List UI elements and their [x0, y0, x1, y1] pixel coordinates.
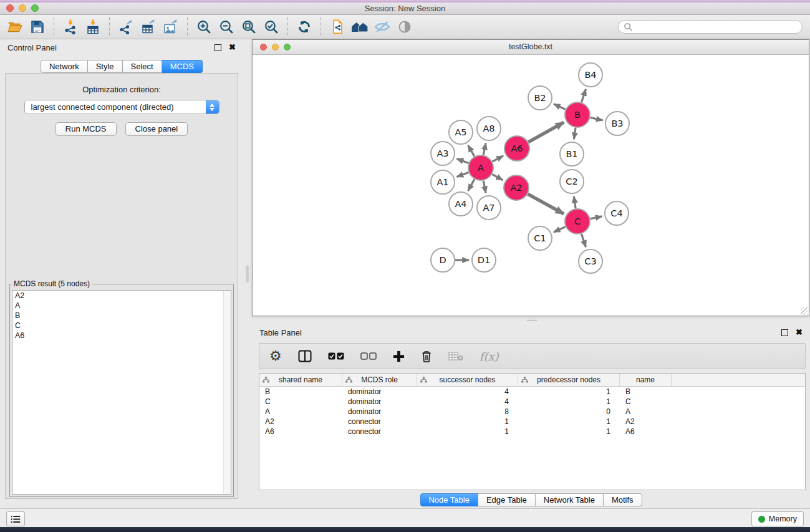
delete-entry-button[interactable] [421, 350, 432, 363]
graph-node-A2[interactable]: A2 [504, 175, 529, 200]
graph-edge[interactable] [574, 128, 576, 139]
table-row[interactable]: Cdominator41C [259, 397, 805, 407]
graph-edge[interactable] [468, 145, 475, 157]
import-network-button[interactable] [59, 17, 82, 37]
graph-node-B4[interactable]: B4 [579, 63, 602, 87]
table-cell[interactable]: 1 [518, 387, 620, 396]
graph-node-A3[interactable]: A3 [431, 142, 455, 165]
table-cell[interactable]: C [259, 397, 342, 406]
graph-node-B2[interactable]: B2 [528, 86, 552, 110]
graph-edge[interactable] [528, 194, 564, 214]
graph-node-C[interactable]: C [565, 209, 590, 234]
run-mcds-button[interactable]: Run MCDS [55, 122, 117, 136]
graph-node-A6[interactable]: A6 [504, 136, 529, 161]
tab-node-table[interactable]: Node Table [420, 493, 478, 506]
table-cell[interactable]: A [620, 407, 672, 416]
zoom-out-button[interactable] [215, 17, 238, 37]
graph-node-A5[interactable]: A5 [449, 120, 473, 144]
table-cell[interactable]: 4 [417, 397, 518, 406]
graph-edge[interactable] [591, 216, 602, 219]
graph-edge[interactable] [554, 104, 566, 110]
close-panel-button[interactable]: Close panel [125, 122, 188, 136]
result-item[interactable]: A6 [12, 331, 231, 341]
column-header[interactable]: name [620, 374, 672, 386]
graph-node-A[interactable]: A [468, 155, 493, 180]
float-table-panel-icon[interactable] [781, 329, 788, 336]
result-item[interactable]: B [12, 311, 231, 321]
result-item[interactable]: A [12, 301, 231, 311]
graph-edge[interactable] [492, 174, 503, 180]
tab-style[interactable]: Style [88, 60, 123, 73]
refresh-button[interactable] [293, 17, 316, 37]
table-row[interactable]: Bdominator41B [259, 387, 805, 397]
float-panel-icon[interactable] [215, 44, 221, 51]
graph-node-B1[interactable]: B1 [560, 142, 584, 166]
deselect-all-button[interactable] [360, 352, 377, 360]
result-item[interactable]: A2 [12, 291, 231, 301]
import-table-button[interactable] [82, 17, 104, 37]
network-graph[interactable]: B4B2BB3A8A5A6A3B1AC2A1A2A4A7C4CC1DD1C3 [253, 55, 809, 316]
graph-edge[interactable] [582, 234, 586, 247]
column-header[interactable]: MCDS role [342, 374, 417, 386]
graph-edge[interactable] [483, 181, 486, 193]
table-row[interactable]: A6connector11A6 [259, 427, 805, 437]
graph-edge[interactable] [468, 179, 475, 191]
tab-edge-table[interactable]: Edge Table [478, 493, 536, 506]
zoom-fit-button[interactable] [238, 17, 260, 37]
graph-node-C3[interactable]: C3 [579, 249, 602, 273]
table-cell[interactable]: 1 [417, 427, 518, 436]
table-row[interactable]: Adominator80A [259, 407, 805, 417]
column-header[interactable]: predecessor nodes [518, 374, 620, 386]
zoom-selected-button[interactable] [260, 17, 282, 37]
graph-edge[interactable] [483, 143, 486, 155]
search-input[interactable] [636, 22, 802, 32]
graph-edge[interactable] [591, 118, 603, 120]
graph-node-D[interactable]: D [431, 248, 455, 272]
table-cell[interactable]: B [620, 387, 672, 396]
table-row[interactable]: A2connector11A2 [259, 417, 805, 427]
table-cell[interactable]: 4 [417, 387, 518, 396]
table-cell[interactable]: 1 [518, 417, 620, 426]
hide-details-button[interactable] [371, 17, 393, 37]
table-cell[interactable]: A2 [259, 417, 342, 426]
close-panel-icon[interactable]: ✖ [229, 44, 236, 51]
graph-edge[interactable] [574, 196, 576, 208]
table-cell[interactable]: dominator [342, 387, 417, 396]
select-all-button[interactable] [328, 352, 344, 360]
tab-select[interactable]: Select [123, 60, 162, 73]
graph-node-C4[interactable]: C4 [605, 201, 629, 225]
graph-node-A7[interactable]: A7 [477, 196, 501, 220]
graph-node-C1[interactable]: C1 [528, 226, 552, 250]
graph-node-C2[interactable]: C2 [560, 170, 584, 193]
close-table-panel-icon[interactable]: ✖ [796, 329, 803, 336]
resize-grip-icon[interactable] [801, 307, 808, 315]
criterion-dropdown[interactable]: largest connected component (directed) [24, 100, 219, 114]
network-window-titlebar[interactable]: testGlobe.txt [253, 40, 809, 55]
column-layout-button[interactable] [298, 350, 312, 362]
graph-node-A8[interactable]: A8 [477, 117, 501, 140]
table-cell[interactable]: A6 [259, 427, 342, 436]
result-item[interactable]: C [12, 321, 231, 331]
tab-motifs[interactable]: Motifs [604, 493, 642, 506]
table-cell[interactable]: 1 [518, 427, 620, 436]
memory-button[interactable]: Memory [751, 511, 804, 526]
table-cell[interactable]: 0 [518, 407, 620, 416]
search-box[interactable] [618, 20, 803, 34]
column-header[interactable]: successor nodes [417, 374, 518, 386]
graph-edge[interactable] [582, 89, 586, 102]
export-image-button[interactable] [160, 17, 182, 37]
graph-edge[interactable] [554, 227, 566, 233]
table-cell[interactable]: 1 [417, 417, 518, 426]
clone-network-button[interactable] [326, 17, 349, 37]
network-canvas[interactable]: B4B2BB3A8A5A6A3B1AC2A1A2A4A7C4CC1DD1C3 [253, 55, 809, 316]
splitter-handle[interactable] [527, 319, 537, 322]
graph-node-D1[interactable]: D1 [472, 248, 496, 272]
table-settings-button[interactable]: ⚙ [269, 349, 282, 363]
graph-node-B3[interactable]: B3 [605, 112, 629, 135]
table-cell[interactable]: B [259, 387, 342, 396]
column-header[interactable]: shared name [259, 374, 342, 386]
panel-divider-handle[interactable] [246, 265, 249, 283]
table-cell[interactable]: 1 [518, 397, 620, 406]
table-cell[interactable]: dominator [342, 397, 417, 406]
task-history-button[interactable] [6, 511, 25, 526]
